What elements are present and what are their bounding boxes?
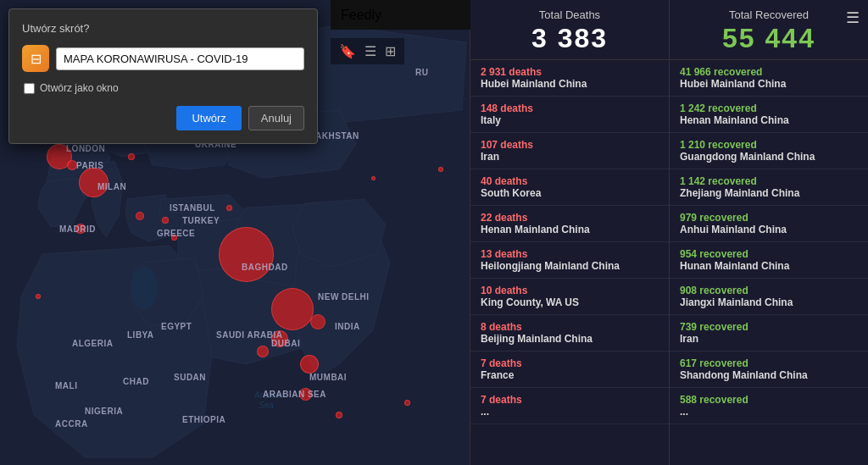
cancel-button[interactable]: Anuluj bbox=[248, 106, 304, 130]
bookmark-icon[interactable]: 🔖 bbox=[339, 43, 356, 59]
open-as-window-checkbox[interactable] bbox=[24, 83, 35, 94]
death-stat-item: 107 deathsIran bbox=[470, 133, 669, 169]
death-count: 7 deaths bbox=[481, 394, 659, 406]
death-stat-item: 2 931 deathsHubei Mainland China bbox=[470, 60, 669, 97]
map-case-dot bbox=[299, 388, 312, 401]
map-case-dot bbox=[219, 227, 274, 282]
death-count: 2 931 deaths bbox=[481, 66, 659, 78]
recovered-count: 908 recovered bbox=[680, 285, 858, 296]
stats-panel: Total Deaths 3 383 2 931 deathsHubei Mai… bbox=[470, 0, 868, 465]
map-controls[interactable]: 🔖 ☰ ⊞ bbox=[331, 38, 404, 64]
shortcut-name-input[interactable] bbox=[56, 47, 304, 70]
death-location: South Korea bbox=[481, 187, 659, 199]
map-case-dot bbox=[75, 224, 86, 234]
recovered-count: 979 recovered bbox=[680, 212, 858, 224]
hamburger-menu-button[interactable]: ☰ bbox=[846, 8, 860, 27]
map-case-dot bbox=[438, 167, 443, 172]
map-case-dot bbox=[300, 355, 319, 374]
create-button[interactable]: Utwórz bbox=[176, 106, 241, 130]
death-location: Italy bbox=[481, 114, 659, 126]
recovered-column: Total Recovered 55 444 41 966 recoveredH… bbox=[669, 0, 868, 465]
death-count: 107 deaths bbox=[481, 139, 659, 151]
map-case-dot bbox=[371, 176, 376, 180]
map-case-dot bbox=[36, 294, 41, 299]
header-bar: Feedly bbox=[331, 0, 470, 30]
map-case-dot bbox=[271, 330, 288, 347]
create-shortcut-dialog: Utwórz skrót? ⊟ Otwórz jako okno Utwórz … bbox=[8, 8, 318, 144]
recovered-stat-item: 1 142 recoveredZhejiang Mainland China bbox=[670, 169, 868, 206]
death-stat-item: 13 deathsHeilongjiang Mainland China bbox=[470, 242, 669, 279]
death-count: 8 deaths bbox=[481, 321, 659, 333]
recovered-count: 1 242 recovered bbox=[680, 102, 858, 114]
recovered-count: 617 recovered bbox=[680, 357, 858, 369]
svg-text:Sea: Sea bbox=[259, 401, 274, 410]
death-stat-item: 40 deathsSouth Korea bbox=[470, 169, 669, 206]
recovered-title: Total Recovered bbox=[680, 8, 858, 21]
map-case-dot bbox=[171, 235, 177, 241]
recovered-count: 1 142 recovered bbox=[680, 175, 858, 187]
recovered-location: Guangdong Mainland China bbox=[680, 151, 858, 163]
svg-text:Arabian: Arabian bbox=[253, 390, 284, 400]
map-case-dot bbox=[67, 160, 77, 170]
death-count: 10 deaths bbox=[481, 285, 659, 296]
death-location: Henan Mainland China bbox=[481, 224, 659, 235]
dialog-input-row: ⊟ bbox=[22, 45, 304, 72]
recovered-location: Jiangxi Mainland China bbox=[680, 296, 858, 308]
recovered-stat-item: 617 recoveredShandong Mainland China bbox=[670, 352, 868, 388]
map-case-dot bbox=[226, 205, 232, 211]
map-case-dot bbox=[336, 412, 342, 418]
map-case-dot bbox=[271, 288, 314, 330]
death-location: ... bbox=[481, 406, 659, 418]
recovered-location: Hunan Mainland China bbox=[680, 260, 858, 272]
recovered-stat-item: 954 recoveredHunan Mainland China bbox=[670, 242, 868, 279]
recovered-stat-item: 739 recoveredIran bbox=[670, 315, 868, 352]
map-case-dot bbox=[162, 217, 169, 224]
death-stat-item: 22 deathsHenan Mainland China bbox=[470, 206, 669, 242]
deaths-column: Total Deaths 3 383 2 931 deathsHubei Mai… bbox=[470, 0, 669, 465]
recovered-stat-item: 41 966 recoveredHubei Mainland China bbox=[670, 60, 868, 97]
deaths-total: 3 383 bbox=[481, 23, 659, 54]
death-count: 13 deaths bbox=[481, 248, 659, 260]
grid-icon[interactable]: ⊞ bbox=[385, 43, 396, 59]
recovered-location: Anhui Mainland China bbox=[680, 224, 858, 235]
recovered-header: Total Recovered 55 444 bbox=[670, 0, 868, 60]
death-location: Hubei Mainland China bbox=[481, 78, 659, 90]
death-stat-item: 148 deathsItaly bbox=[470, 97, 669, 133]
dialog-overlay: Utwórz skrót? ⊟ Otwórz jako okno Utwórz … bbox=[0, 0, 331, 152]
map-case-dot bbox=[257, 346, 269, 357]
map-case-dot bbox=[404, 400, 410, 406]
recovered-stat-item: 1 210 recoveredGuangdong Mainland China bbox=[670, 133, 868, 169]
recovered-stat-item: 1 242 recoveredHenan Mainland China bbox=[670, 97, 868, 133]
recovered-count: 588 recovered bbox=[680, 394, 858, 406]
death-count: 22 deaths bbox=[481, 212, 659, 224]
recovered-count: 41 966 recovered bbox=[680, 66, 858, 78]
svg-point-19 bbox=[131, 267, 157, 309]
list-icon[interactable]: ☰ bbox=[364, 43, 376, 59]
recovered-count: 954 recovered bbox=[680, 248, 858, 260]
death-stat-item: 8 deathsBeijing Mainland China bbox=[470, 315, 669, 352]
deaths-header: Total Deaths 3 383 bbox=[470, 0, 669, 60]
recovered-count: 739 recovered bbox=[680, 321, 858, 333]
death-stat-item: 7 deaths... bbox=[470, 388, 669, 424]
dialog-checkbox-row: Otwórz jako okno bbox=[22, 82, 304, 94]
recovered-stat-item: 979 recoveredAnhui Mainland China bbox=[670, 206, 868, 242]
death-count: 40 deaths bbox=[481, 175, 659, 187]
death-location: Iran bbox=[481, 151, 659, 163]
map-case-dot bbox=[79, 168, 108, 197]
death-location: Beijing Mainland China bbox=[481, 333, 659, 345]
death-location: King County, WA US bbox=[481, 296, 659, 308]
recovered-location: ... bbox=[680, 406, 858, 418]
deaths-title: Total Deaths bbox=[481, 8, 659, 21]
map-case-dot bbox=[128, 153, 135, 160]
map-case-dot bbox=[136, 212, 144, 220]
death-stat-item: 10 deathsKing County, WA US bbox=[470, 279, 669, 315]
death-location: France bbox=[481, 369, 659, 381]
recovered-location: Shandong Mainland China bbox=[680, 369, 858, 381]
dialog-buttons: Utwórz Anuluj bbox=[22, 106, 304, 130]
map-case-dot bbox=[310, 314, 326, 329]
recovered-total: 55 444 bbox=[680, 23, 858, 54]
feedly-label: Feedly bbox=[341, 8, 381, 23]
recovered-stat-item: 588 recovered... bbox=[670, 388, 868, 424]
recovered-location: Henan Mainland China bbox=[680, 114, 858, 126]
recovered-location: Hubei Mainland China bbox=[680, 78, 858, 90]
